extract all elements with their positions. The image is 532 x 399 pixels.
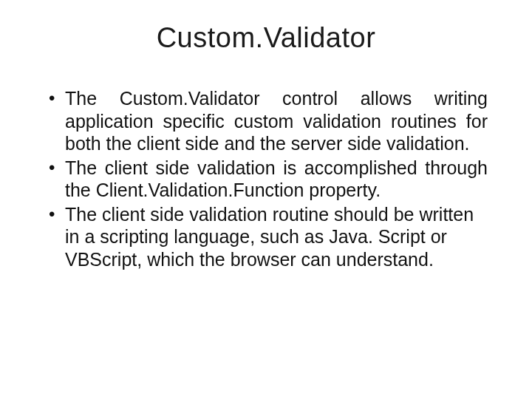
slide-title: Custom.Validator — [44, 22, 488, 54]
bullet-list: The Custom.Validator control allows writ… — [44, 87, 488, 270]
slide: Custom.Validator The Custom.Validator co… — [0, 0, 532, 399]
list-item: The client side validation routine shoul… — [44, 203, 488, 271]
list-item: The Custom.Validator control allows writ… — [44, 87, 488, 155]
list-item: The client side validation is accomplish… — [44, 157, 488, 202]
